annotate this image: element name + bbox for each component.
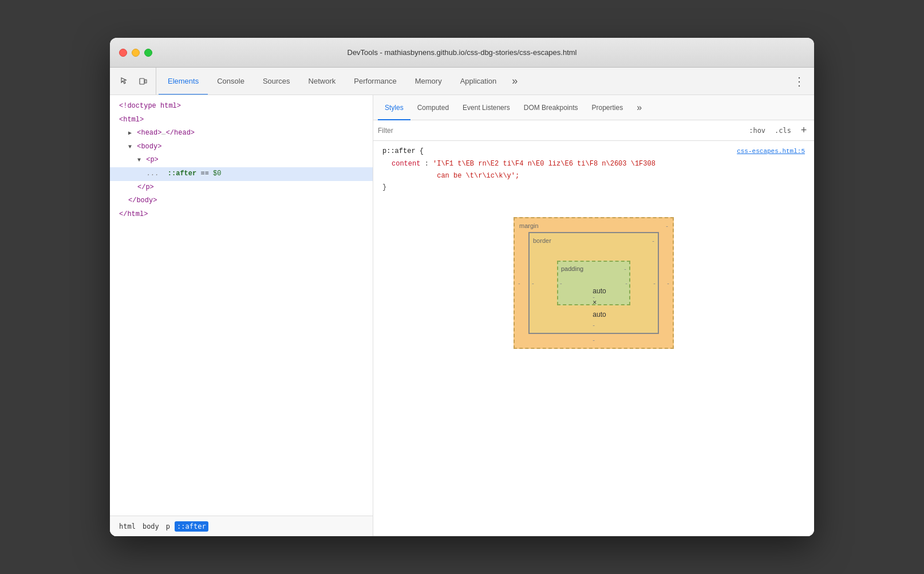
breadcrumb-after[interactable]: ::after <box>175 521 208 532</box>
tab-sources[interactable]: Sources <box>254 68 299 95</box>
toolbar-icons <box>112 68 156 95</box>
padding-left-value: - <box>560 277 562 288</box>
tab-computed[interactable]: Computed <box>410 96 456 120</box>
border-top-value: - <box>649 233 658 249</box>
devtools-window: DevTools - mathiasbynens.github.io/css-d… <box>110 38 814 536</box>
content-dimensions: auto × auto <box>593 285 606 320</box>
tab-event-listeners[interactable]: Event Listeners <box>456 96 517 120</box>
dom-line-html-close[interactable]: </html> <box>110 208 373 222</box>
close-button[interactable] <box>119 49 127 57</box>
padding-top-value: - <box>621 262 629 276</box>
border-left-value: - <box>532 277 534 288</box>
styles-tabs: Styles Computed Event Listeners DOM Brea… <box>373 95 814 120</box>
dom-line-doctype[interactable]: <!doctype html> <box>110 100 373 113</box>
border-label: border <box>530 233 555 249</box>
margin-left-value: - <box>518 277 520 288</box>
border-bottom-value: - <box>593 320 595 331</box>
add-style-rule-button[interactable]: + <box>798 125 810 136</box>
main-toolbar: Elements Console Sources Network Perform… <box>110 68 814 95</box>
tab-application[interactable]: Application <box>451 68 506 95</box>
device-toggle-button[interactable] <box>135 73 151 89</box>
tab-elements[interactable]: Elements <box>159 68 208 95</box>
bm-padding[interactable]: padding - auto × auto - - <box>557 261 630 305</box>
tab-styles[interactable]: Styles <box>378 96 410 120</box>
cls-button[interactable]: .cls <box>772 125 793 136</box>
dom-line-body[interactable]: ▼ <body> <box>110 140 373 154</box>
main-content: <!doctype html> <html> ▶ <head>…</head> … <box>110 95 814 536</box>
dom-line-head[interactable]: ▶ <head>…</head> <box>110 127 373 140</box>
margin-top-value: - <box>661 218 673 234</box>
toolbar-right: ⋮ <box>791 73 812 89</box>
css-rule-header: p::after { css-escapes.html:5 <box>382 146 805 157</box>
box-model-section: margin - border - padding - <box>382 203 805 363</box>
dom-line-body-close[interactable]: </body> <box>110 194 373 208</box>
tab-performance[interactable]: Performance <box>345 68 405 95</box>
css-source-link[interactable]: css-escapes.html:5 <box>737 146 805 157</box>
margin-bottom-value: - <box>593 335 595 345</box>
margin-label: margin <box>515 218 543 234</box>
main-tabs: Elements Console Sources Network Perform… <box>159 68 524 95</box>
tab-dom-breakpoints[interactable]: DOM Breakpoints <box>517 96 585 120</box>
border-right-value: - <box>653 277 656 288</box>
breadcrumb-p[interactable]: p <box>164 521 172 532</box>
css-declaration-cont: can be \t\r\ic\k\y'; <box>382 170 805 182</box>
style-tabs-overflow[interactable]: » <box>632 95 646 120</box>
titlebar: DevTools - mathiasbynens.github.io/css-d… <box>110 38 814 68</box>
traffic-lights <box>119 49 152 57</box>
padding-bottom-value: - <box>593 292 595 302</box>
css-rule-block: p::after { css-escapes.html:5 content : … <box>382 146 805 194</box>
filter-buttons: :hov .cls + <box>747 125 810 136</box>
inspect-element-button[interactable] <box>117 73 133 89</box>
filter-input[interactable] <box>378 127 747 135</box>
styles-panel: Styles Computed Event Listeners DOM Brea… <box>373 95 814 536</box>
svg-rect-0 <box>140 78 144 84</box>
css-declaration: content : 'I\F1 t\EB rn\E2 ti\F4 n\E0 li… <box>382 158 805 170</box>
svg-rect-1 <box>145 80 147 83</box>
tabs-overflow-button[interactable]: » <box>506 68 524 95</box>
breadcrumb-body[interactable]: body <box>140 521 161 532</box>
tab-network[interactable]: Network <box>299 68 345 95</box>
dom-line-html[interactable]: <html> <box>110 113 373 127</box>
window-title: DevTools - mathiasbynens.github.io/css-d… <box>347 48 576 57</box>
dom-line-p[interactable]: ▼ <p> <box>110 154 373 167</box>
css-close-brace: } <box>382 182 805 193</box>
breadcrumb-bar: html body p ::after <box>110 516 373 536</box>
devtools-body: Elements Console Sources Network Perform… <box>110 68 814 536</box>
dom-line-p-close[interactable]: </p> <box>110 181 373 195</box>
bm-margin[interactable]: margin - border - padding - <box>514 217 674 349</box>
padding-right-value: - <box>625 277 627 288</box>
maximize-button[interactable] <box>144 49 152 57</box>
breadcrumb-html[interactable]: html <box>117 521 138 532</box>
tab-console[interactable]: Console <box>208 68 254 95</box>
dom-tree[interactable]: <!doctype html> <html> ▶ <head>…</head> … <box>110 95 373 516</box>
tab-memory[interactable]: Memory <box>406 68 451 95</box>
minimize-button[interactable] <box>132 49 140 57</box>
tab-properties[interactable]: Properties <box>585 96 630 120</box>
box-model: margin - border - padding - <box>514 217 674 349</box>
dom-panel: <!doctype html> <html> ▶ <head>…</head> … <box>110 95 373 536</box>
styles-content[interactable]: p::after { css-escapes.html:5 content : … <box>373 141 814 536</box>
css-selector: p::after { <box>382 146 424 157</box>
bm-border[interactable]: border - padding - auto × auto <box>528 232 659 334</box>
hov-button[interactable]: :hov <box>747 125 768 136</box>
padding-label: padding <box>558 262 586 276</box>
dom-line-after-pseudo[interactable]: ... ::after == $0 <box>110 167 373 181</box>
filter-bar: :hov .cls + <box>373 120 814 141</box>
more-options-button[interactable]: ⋮ <box>791 73 807 89</box>
margin-right-value: - <box>667 277 669 288</box>
